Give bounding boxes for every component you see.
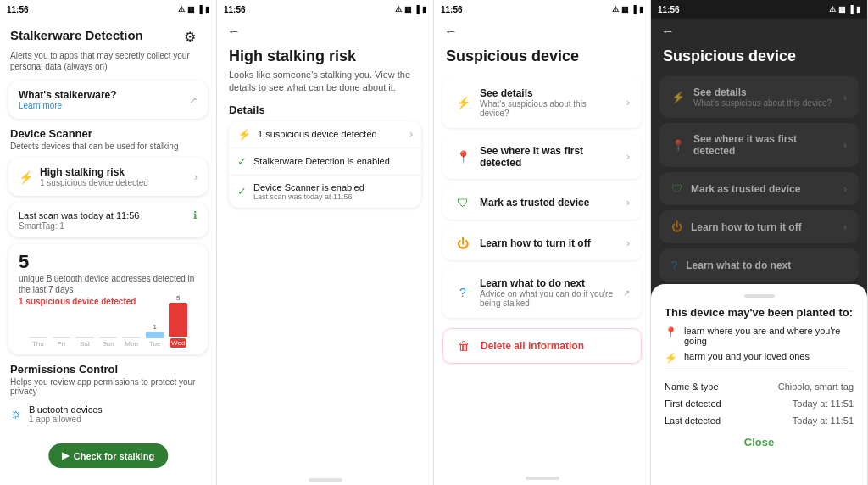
scan-label: Last scan was today at 11:56 [19,210,139,220]
status-icons-1: ⚠ ▦ ▐ ▮ [178,5,209,14]
chart-bar-col: Sat [75,336,94,348]
panel1-subtitle: Alerts you to apps that may secretly col… [0,50,216,77]
bar-number: 1 [153,323,156,331]
back-button-4[interactable]: ← [651,19,867,41]
status-icons-2: ⚠ ▦ ▐ ▮ [395,5,426,14]
check-stalking-fab[interactable]: ▶ Check for stalking [48,443,168,468]
alarm-icon: ⚠ [178,5,185,14]
status-time-3: 11:56 [441,5,463,14]
bluetooth-perm-item[interactable]: ⛭ Bluetooth devices 1 app allowed [0,399,216,429]
lightning-icon-sheet: ⚡ [665,352,677,364]
pin-icon-susp: 📍 [454,150,471,164]
learn-turn-off-item[interactable]: ⏻ Learn how to turn it off › [442,226,642,260]
bluetooth-label: Bluetooth devices [29,404,103,415]
pin-icon-sheet: 📍 [665,326,677,338]
battery-icon: ▮ [205,5,209,14]
bar-day-label: Fri [58,340,65,348]
risk-label: High stalking risk [40,166,148,178]
delete-info-text: Delete all information [481,340,629,352]
shield-icon-p4: 🛡 [671,182,682,195]
bar-day-label: Tue [149,340,161,348]
panel4-title: Suspicious device [651,41,867,74]
chart-bar-col: Fri [53,336,71,348]
wifi-icon: ▦ [187,5,195,14]
delete-info-item[interactable]: 🗑 Delete all information [442,328,642,364]
p4-mark-trusted[interactable]: 🛡 Mark as trusted device › [659,172,859,205]
device-scanner-subtitle: Detects devices that can be used for sta… [0,142,216,154]
detail-scanner-enabled: ✓ Device Scanner is enabled Last scan wa… [229,176,421,208]
question-icon-p4: ? [671,259,677,271]
lightning-icon-susp: ⚡ [454,96,471,109]
panel1-title-text: Stalkerware Detection [10,28,143,42]
sheet-last-detected-row: Last detected Today at 11:51 [665,412,854,429]
close-button[interactable]: Close [665,436,854,449]
battery-icon-3: ▮ [639,5,643,14]
p4-see-details[interactable]: ⚡ See details What's suspicious about th… [659,76,859,118]
sheet-reason-1: 📍 learn where you are and where you're g… [665,326,854,346]
p4-see-details-sub: What's suspicious about this device? [693,98,835,108]
see-details-sub: What's suspicious about this device? [480,99,618,118]
susp-title: Suspicious device [434,41,650,74]
bar-day-label: Sat [80,340,90,348]
chevron-suspicious: › [409,128,413,140]
details-card: ⚡ 1 suspicious device detected › ✓ Stalk… [229,121,421,208]
chart-bar-col: Sun [99,336,118,348]
status-bar-3: 11:56 ⚠ ▦ ▐ ▮ [434,0,650,19]
detail-suspicious-device[interactable]: ⚡ 1 suspicious device detected › [229,121,421,148]
learn-more-link[interactable]: Learn more [19,101,117,110]
mark-trusted-text: Mark as trusted device [480,197,618,209]
scan-sub: SmartTag: 1 [19,221,198,231]
whats-stalkerware-card[interactable]: What's stalkerware? Learn more ↗ [8,81,208,119]
fab-label: Check for stalking [74,451,154,461]
see-where-item[interactable]: 📍 See where it was first detected › [442,135,642,179]
p4-mark-trusted-text: Mark as trusted device [691,183,835,195]
chevron-p4-trusted: › [843,183,847,195]
panel-high-risk: 11:56 ⚠ ▦ ▐ ▮ ← High stalking risk Looks… [217,0,434,485]
alarm-icon-2: ⚠ [395,5,402,14]
wifi-icon-2: ▦ [404,5,412,14]
see-where-text: See where it was first detected [480,145,618,169]
lightning-icon-risk: ⚡ [19,170,33,184]
p4-learn-next[interactable]: ? Learn what to do next [659,248,859,282]
learn-next-item[interactable]: ? Learn what to do next Advice on what y… [442,267,642,318]
first-detected-value: Today at 11:51 [793,399,854,409]
p4-see-where[interactable]: 📍 See where it was first detected › [659,123,859,167]
last-scan-card: Last scan was today at 11:56 ℹ SmartTag:… [8,203,208,237]
chart-bar-col: Thu [29,336,47,348]
status-icons-4: ⚠ ▦ ▐ ▮ [829,5,860,14]
last-detected-label: Last detected [665,415,721,426]
p4-see-where-text: See where it was first detected [693,133,835,157]
chevron-p4-off: › [843,221,847,233]
detail-stalkerware-enabled: ✓ Stalkerware Detection is enabled [229,148,421,176]
chart-bar-col: 1Tue [146,323,164,348]
p4-turn-off-text: Learn how to turn it off [691,221,835,233]
mark-trusted-item[interactable]: 🛡 Mark as trusted device › [442,186,642,220]
lightning-icon-p4: ⚡ [671,91,685,103]
p4-turn-off[interactable]: ⏻ Learn how to turn it off › [659,210,859,243]
panel1-header: Stalkerware Detection ⚙ [0,19,216,50]
details-title: Details [229,103,421,116]
alarm-icon-4: ⚠ [829,5,836,14]
sheet-handle [744,294,775,298]
settings-icon[interactable]: ⚙ [174,24,206,47]
question-icon-susp: ? [454,286,471,299]
permissions-subtitle: Helps you review app permissions to prot… [0,377,216,399]
count-sub: unique Bluetooth device addresses detect… [19,273,198,295]
back-button-3[interactable]: ← [434,19,650,41]
chevron-turn-off: › [626,237,630,249]
back-button-2[interactable]: ← [217,19,433,41]
p4-see-details-text: See details [693,86,835,98]
see-details-item[interactable]: ⚡ See details What's suspicious about th… [442,77,642,128]
device-scanner-title: Device Scanner [0,122,216,142]
bar-rect [75,337,94,338]
signal-icon-2: ▐ [415,5,420,14]
sheet-divider [665,371,854,371]
high-risk-card[interactable]: ⚡ High stalking risk 1 suspicious device… [8,158,208,196]
bar-rect [169,303,187,337]
bottom-sheet: This device may've been planted to: 📍 le… [651,284,867,485]
bar-day-label: Thu [32,340,44,348]
battery-icon-4: ▮ [856,5,860,14]
sheet-title: This device may've been planted to: [665,306,854,319]
name-type-value: Chipolo, smart tag [778,382,854,392]
check-scanner-icon: ✓ [237,185,247,198]
